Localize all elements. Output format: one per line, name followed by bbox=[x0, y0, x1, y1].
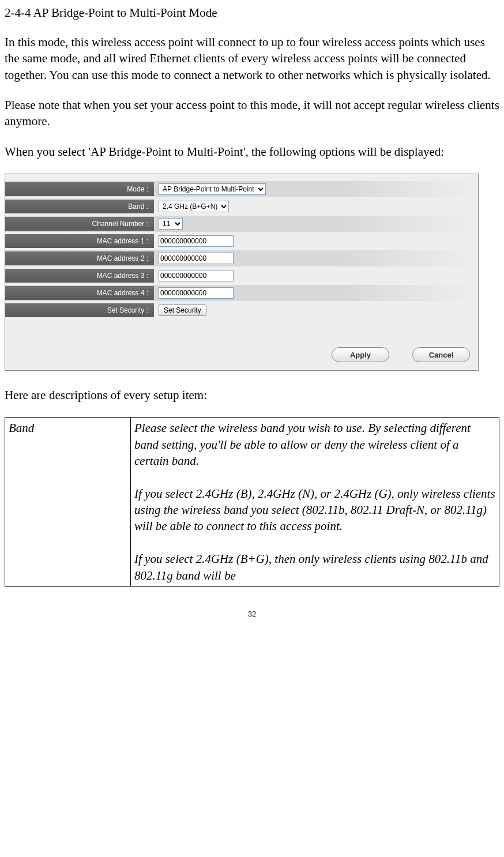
paragraph-1: In this mode, this wireless access point… bbox=[5, 34, 499, 83]
mac1-label: MAC address 1 : bbox=[5, 234, 154, 248]
setsecurity-label: Set Security : bbox=[5, 303, 154, 317]
mac3-input[interactable] bbox=[159, 270, 234, 281]
channel-label: Channel Number : bbox=[5, 217, 154, 231]
mac4-label: MAC address 4 : bbox=[5, 286, 154, 300]
mac1-input[interactable] bbox=[159, 235, 234, 247]
settings-screenshot: Mode : AP Bridge-Point to Multi-Point Ba… bbox=[5, 174, 479, 371]
channel-select[interactable]: 11 bbox=[159, 218, 183, 230]
desc-intro: Here are descriptions of every setup ite… bbox=[5, 387, 499, 403]
description-table: Band Please select the wireless band you… bbox=[5, 417, 499, 586]
mac3-label: MAC address 3 : bbox=[5, 269, 154, 283]
mac2-label: MAC address 2 : bbox=[5, 251, 154, 265]
section-title: 2-4-4 AP Bridge-Point to Multi-Point Mod… bbox=[5, 6, 499, 20]
paragraph-2: Please note that when you set your acces… bbox=[5, 97, 499, 130]
mode-label: Mode : bbox=[5, 182, 154, 196]
table-cell-band-desc: Please select the wireless band you wish… bbox=[131, 418, 499, 586]
mac4-input[interactable] bbox=[159, 287, 234, 299]
cancel-button[interactable]: Cancel bbox=[412, 347, 470, 362]
set-security-button[interactable]: Set Security bbox=[159, 305, 206, 316]
mode-select[interactable]: AP Bridge-Point to Multi-Point bbox=[159, 183, 266, 195]
band-label: Band : bbox=[5, 200, 154, 213]
mac2-input[interactable] bbox=[159, 253, 234, 264]
page-number: 32 bbox=[5, 610, 499, 618]
paragraph-3: When you select 'AP Bridge-Point to Mult… bbox=[5, 144, 499, 160]
table-cell-band-label: Band bbox=[5, 418, 131, 586]
band-select[interactable]: 2.4 GHz (B+G+N) bbox=[159, 201, 229, 212]
apply-button[interactable]: Apply bbox=[332, 347, 389, 362]
